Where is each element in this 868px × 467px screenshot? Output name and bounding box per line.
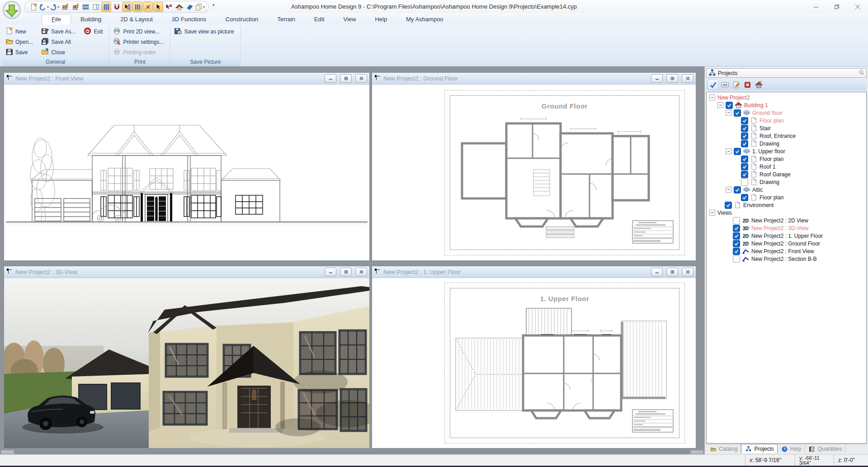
grid-icon[interactable] <box>101 2 111 12</box>
3d-view-canvas[interactable] <box>4 278 369 448</box>
menu-tab-view[interactable]: View <box>334 14 366 24</box>
toolbar-options-icon[interactable]: ▾ <box>212 3 214 7</box>
tree-item[interactable]: 2DNew Project2 : 1. Upper Floor <box>707 232 866 240</box>
child-close-button[interactable] <box>682 268 693 276</box>
panel-tab-help[interactable]: ? Help <box>778 445 805 453</box>
ribbon-button-print-2d-view-[interactable]: Print 2D view... <box>112 27 166 37</box>
tree-checkbox-checked[interactable] <box>725 202 732 209</box>
panel-tab-quantities[interactable]: Quantities <box>805 445 845 453</box>
ground-floor-titlebar[interactable]: New Project2 : Ground Floor <box>372 73 696 85</box>
tree-expander[interactable] <box>709 210 715 216</box>
tree-checkbox-unchecked[interactable] <box>733 255 740 263</box>
ribbon-button-printer-settings-[interactable]: Printer settings... <box>112 37 166 47</box>
ground-floor-canvas[interactable]: Ground Floor <box>372 85 696 260</box>
building-tool-icon[interactable] <box>754 80 764 90</box>
minimize-button[interactable] <box>806 0 826 13</box>
menu-tab-my-ashampoo[interactable]: My Ashampoo <box>396 14 453 24</box>
workspace-horizontal-scrollbar[interactable] <box>1 450 703 454</box>
tree-checkbox-checked[interactable] <box>733 232 740 240</box>
ribbon-button-exit[interactable]: Exit <box>83 27 105 37</box>
magnet-icon[interactable] <box>112 2 122 12</box>
child-restore-button[interactable] <box>666 268 678 276</box>
scrollbar-thumb[interactable] <box>14 450 691 454</box>
apply-check-icon[interactable] <box>708 79 718 90</box>
new-document-icon[interactable] <box>28 2 38 12</box>
child-close-button[interactable] <box>355 74 367 83</box>
menu-tab-terrain[interactable]: Terrain <box>268 14 305 24</box>
upper-floor-titlebar[interactable]: New Project2 : 1. Upper Floor <box>372 266 696 278</box>
tree-item[interactable]: New Project2 <box>707 94 866 101</box>
tree-checkbox-unchecked[interactable] <box>733 217 740 224</box>
tree-checkbox-checked[interactable] <box>741 117 748 124</box>
tree-item[interactable]: New Project2 : Section B-B <box>707 255 866 263</box>
tree-checkbox-checked[interactable] <box>734 186 741 193</box>
panel-tab-catalog[interactable]: Catalog <box>706 445 741 453</box>
tree-item[interactable]: 3DNew Project2 : 3D-View <box>707 224 866 232</box>
split-vertical-icon[interactable] <box>91 2 101 12</box>
tree-expander[interactable] <box>726 187 731 193</box>
maximize-button[interactable] <box>826 0 847 13</box>
tree-item[interactable]: New Project2 : Front View <box>707 247 866 255</box>
tree-item[interactable]: Views <box>707 209 866 217</box>
tree-item[interactable]: Floor plan <box>707 193 866 201</box>
tree-checkbox-checked[interactable] <box>741 156 748 163</box>
tree-item[interactable]: Ground floor <box>707 109 866 117</box>
tree-item[interactable]: Environment <box>707 201 866 209</box>
tree-expander[interactable] <box>717 102 723 108</box>
tree-checkbox-checked[interactable] <box>741 125 748 132</box>
menu-tab-building[interactable]: Building <box>71 14 111 24</box>
ribbon-button-save-as-[interactable]: Save As... <box>40 27 78 37</box>
copy-view-icon[interactable]: ▾ <box>195 2 205 12</box>
tree-checkbox-checked[interactable] <box>741 171 748 178</box>
tree-checkbox-checked[interactable] <box>726 102 733 109</box>
menu-tab-2d-layout[interactable]: 2D & Layout <box>111 14 162 24</box>
child-restore-button[interactable] <box>340 74 352 83</box>
reference-axes-icon[interactable] <box>143 2 153 12</box>
ribbon-button-save-all[interactable]: Save All <box>40 37 78 47</box>
3d-view-titlebar[interactable]: New Project2 : 3D-View <box>4 266 369 278</box>
select-elements-icon[interactable] <box>122 2 132 12</box>
tree-item[interactable]: Stair <box>707 124 866 132</box>
menu-tab-3d-functions[interactable]: 3D Functions <box>162 14 216 24</box>
tree-item[interactable]: Roof 1 <box>707 163 866 170</box>
tree-item[interactable]: Drawing <box>707 178 866 186</box>
ribbon-button-close[interactable]: Close <box>40 47 78 57</box>
tree-checkbox-checked[interactable] <box>741 140 748 147</box>
3d-view-icon[interactable]: 3D <box>70 2 80 12</box>
tree-checkbox-unchecked[interactable] <box>741 179 748 186</box>
title-bar[interactable]: ▾▾2D3D▾ ▾ Ashampoo Home Design 9 - C:\Pr… <box>0 0 868 14</box>
tree-item[interactable]: Floor plan <box>707 117 866 124</box>
delete-selection-icon[interactable] <box>164 2 174 12</box>
tree-item[interactable]: 2DNew Project2 : Ground Floor <box>707 240 866 247</box>
select-cursor-icon[interactable] <box>153 2 163 12</box>
tree-item[interactable]: Drawing <box>707 140 866 147</box>
tree-checkbox-checked[interactable] <box>734 148 741 155</box>
ribbon-button-printing-order[interactable]: Printing order <box>112 47 166 57</box>
tree-item[interactable]: Attic <box>707 186 866 193</box>
child-minimize-button[interactable] <box>651 268 663 276</box>
upper-floor-canvas[interactable]: 1. Upper Floor <box>372 278 696 448</box>
tree-checkbox-checked[interactable] <box>733 240 740 247</box>
child-restore-button[interactable] <box>340 268 352 276</box>
ribbon-button-save-view-as-picture[interactable]: Save view as picture <box>173 27 236 37</box>
parallel-lines-icon[interactable] <box>132 2 142 12</box>
tree-item[interactable]: Building 1 <box>707 101 866 109</box>
tree-item[interactable]: Roof, Entrance <box>707 132 866 140</box>
roof-tool-icon[interactable] <box>174 2 184 12</box>
ribbon-button-save[interactable]: Save <box>5 47 36 57</box>
2d-view-icon[interactable]: 2D <box>60 2 70 12</box>
tree-item[interactable]: Roof Garage <box>707 170 866 178</box>
tree-item[interactable]: 2DNew Project2 : 2D View <box>707 217 866 224</box>
tree-item[interactable]: 1. Upper floor <box>707 147 866 155</box>
ribbon-button-open-[interactable]: Open... <box>5 37 36 47</box>
child-close-button[interactable] <box>682 74 693 83</box>
child-minimize-button[interactable] <box>651 74 663 83</box>
tree-checkbox-checked[interactable] <box>733 225 740 232</box>
tree-checkbox-checked[interactable] <box>741 163 748 170</box>
panel-pin-icon[interactable] <box>858 69 864 77</box>
app-logo-icon[interactable] <box>2 0 21 19</box>
edit-page-icon[interactable] <box>731 80 741 90</box>
menu-tab-file[interactable]: File <box>42 14 71 24</box>
child-restore-button[interactable] <box>666 74 678 83</box>
child-minimize-button[interactable] <box>325 268 336 276</box>
